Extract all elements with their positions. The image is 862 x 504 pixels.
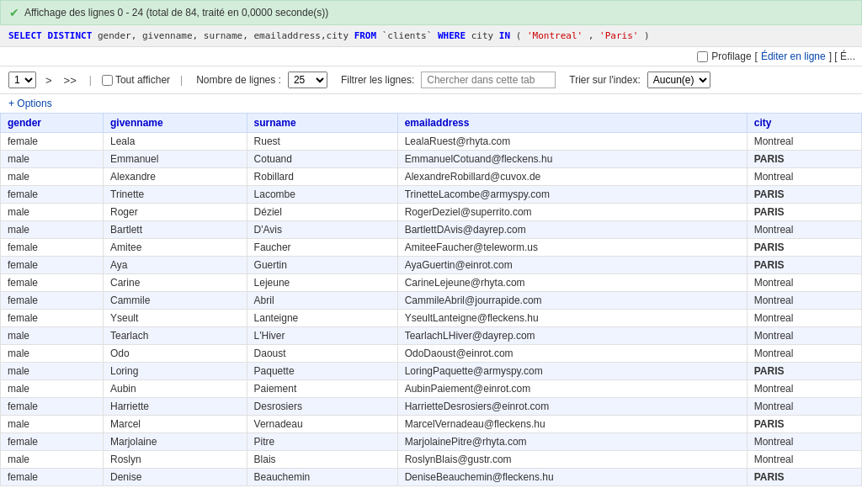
table-cell: Montreal	[747, 274, 861, 292]
tout-afficher-checkbox[interactable]	[102, 75, 113, 86]
table-cell: LoringPaquette@armyspy.com	[397, 363, 747, 380]
table-cell: Paiement	[247, 380, 397, 398]
table-cell: TrinetteLacombe@armyspy.com	[397, 186, 747, 204]
filtrer-label: Filtrer les lignes:	[341, 74, 414, 86]
profilage-checkbox[interactable]	[697, 51, 708, 62]
table-cell: Blais	[247, 451, 397, 469]
table-cell: CarineLejeune@rhyta.com	[397, 274, 747, 292]
table-cell: Tearlach	[104, 327, 247, 345]
table-cell: Desrosiers	[247, 398, 397, 416]
table-row: maleAlexandreRobillardAlexandreRobillard…	[1, 168, 862, 186]
nb-lignes-select[interactable]: 25 50 100	[288, 72, 327, 88]
table-cell: PARIS	[747, 469, 861, 486]
table-row: maleEmmanuelCotuandEmmanuelCotuand@fleck…	[1, 151, 862, 168]
col-header-givenname[interactable]: givenname	[104, 114, 247, 133]
table-cell: Alexandre	[104, 168, 247, 186]
table-cell: female	[1, 398, 104, 416]
sql-where: WHERE	[438, 30, 466, 41]
table-cell: Montreal	[747, 310, 861, 327]
col-header-city[interactable]: city	[747, 114, 861, 133]
table-cell: Amitee	[104, 239, 247, 257]
table-cell: AlexandreRobillard@cuvox.de	[397, 168, 747, 186]
table-cell: LealaRuest@rhyta.com	[397, 133, 747, 151]
table-cell: Montreal	[747, 451, 861, 469]
table-cell: Montreal	[747, 380, 861, 398]
sql-select: SELECT	[8, 30, 42, 41]
table-cell: DeniseBeauchemin@fleckens.hu	[397, 469, 747, 486]
page-select[interactable]: 1	[8, 72, 36, 88]
table-cell: Aubin	[104, 380, 247, 398]
last-page-button[interactable]: >>	[61, 73, 79, 88]
table-cell: female	[1, 239, 104, 257]
table-row: maleOdoDaoustOdoDaoust@einrot.comMontrea…	[1, 345, 862, 363]
table-cell: male	[1, 168, 104, 186]
tout-afficher-label: Tout afficher	[102, 74, 170, 86]
table-cell: Daoust	[247, 345, 397, 363]
table-cell: Montreal	[747, 327, 861, 345]
sql-paren-close: )	[644, 30, 650, 41]
col-header-gender[interactable]: gender	[1, 114, 104, 133]
table-wrapper: gender givenname surname emailaddress ci…	[0, 113, 862, 486]
options-row: + Options	[0, 94, 862, 113]
toolbar-row: Profilage [ Éditer en ligne ] [ É...	[0, 47, 862, 66]
table-cell: PARIS	[747, 257, 861, 274]
table-cell: female	[1, 133, 104, 151]
table-row: femaleAmiteeFaucherAmiteeFaucher@telewor…	[1, 239, 862, 257]
table-row: femaleLealaRuestLealaRuest@rhyta.comMont…	[1, 133, 862, 151]
table-cell: D'Avis	[247, 221, 397, 239]
table-cell: EmmanuelCotuand@fleckens.hu	[397, 151, 747, 168]
table-cell: Paquette	[247, 363, 397, 380]
table-cell: AyaGuertin@einrot.com	[397, 257, 747, 274]
table-cell: Robillard	[247, 168, 397, 186]
table-row: maleAubinPaiementAubinPaiement@einrot.co…	[1, 380, 862, 398]
filtrer-input[interactable]	[421, 72, 556, 88]
table-cell: Lacombe	[247, 186, 397, 204]
table-cell: male	[1, 380, 104, 398]
table-cell: PARIS	[747, 186, 861, 204]
table-cell: Roslyn	[104, 451, 247, 469]
table-cell: Bartlett	[104, 221, 247, 239]
table-cell: PARIS	[747, 363, 861, 380]
separator2: |	[180, 74, 183, 86]
table-cell: MarjolainePitre@rhyta.com	[397, 433, 747, 451]
table-cell: Lanteigne	[247, 310, 397, 327]
col-header-surname[interactable]: surname	[247, 114, 397, 133]
table-cell: Vernadeau	[247, 416, 397, 433]
table-cell: HarrietteDesrosiers@einrot.com	[397, 398, 747, 416]
table-cell: Cotuand	[247, 151, 397, 168]
table-row: femaleHarrietteDesrosiersHarrietteDesros…	[1, 398, 862, 416]
table-row: femaleYseultLanteigneYseultLanteigne@fle…	[1, 310, 862, 327]
table-row: maleRogerDézielRogerDeziel@superrito.com…	[1, 204, 862, 221]
table-cell: Lejeune	[247, 274, 397, 292]
table-cell: Montreal	[747, 133, 861, 151]
table-cell: male	[1, 363, 104, 380]
table-cell: male	[1, 327, 104, 345]
table-cell: Trinette	[104, 186, 247, 204]
table-cell: TearlachLHiver@dayrep.com	[397, 327, 747, 345]
bracket-open: [	[755, 50, 758, 62]
sql-city: city	[471, 30, 499, 41]
col-header-emailaddress[interactable]: emailaddress	[397, 114, 747, 133]
table-cell: Guertin	[247, 257, 397, 274]
sql-val2: 'Paris'	[599, 30, 638, 41]
table-cell: female	[1, 186, 104, 204]
table-cell: male	[1, 221, 104, 239]
table-row: femaleCammileAbrilCammileAbril@jourrapid…	[1, 292, 862, 310]
sql-in: IN	[499, 30, 510, 41]
table-cell: YseultLanteigne@fleckens.hu	[397, 310, 747, 327]
table-cell: male	[1, 451, 104, 469]
table-cell: Harriette	[104, 398, 247, 416]
table-cell: Montreal	[747, 168, 861, 186]
table-cell: Denise	[104, 469, 247, 486]
editer-en-ligne-link[interactable]: Éditer en ligne	[761, 50, 826, 62]
table-cell: OdoDaoust@einrot.com	[397, 345, 747, 363]
table-cell: PARIS	[747, 204, 861, 221]
table-cell: MarcelVernadeau@fleckens.hu	[397, 416, 747, 433]
table-cell: Loring	[104, 363, 247, 380]
table-cell: Marjolaine	[104, 433, 247, 451]
trier-select[interactable]: Aucun(e)	[647, 72, 710, 88]
next-page-button[interactable]: >	[43, 73, 55, 88]
nb-lignes-label: Nombre de lignes :	[196, 74, 281, 86]
table-cell: Abril	[247, 292, 397, 310]
options-link[interactable]: + Options	[8, 98, 52, 109]
